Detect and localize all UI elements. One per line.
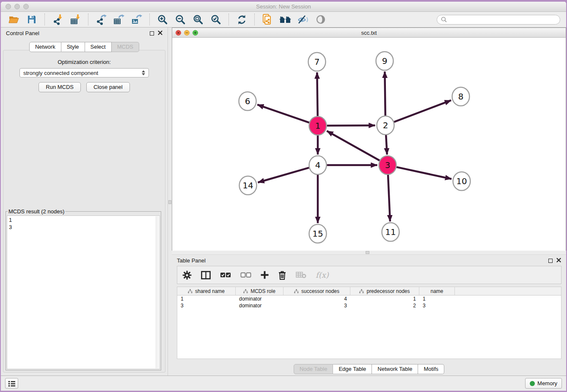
memory-button[interactable]: Memory (525, 378, 562, 389)
column-header-shared-name[interactable]: shared name (177, 287, 236, 295)
main-toolbar (1, 12, 566, 28)
tab-network-table[interactable]: Network Table (372, 364, 418, 374)
run-mcds-button[interactable]: Run MCDS (39, 82, 81, 92)
graph-edge-1-7[interactable] (317, 72, 317, 116)
column-header-mcds-role[interactable]: MCDS role (236, 287, 284, 295)
graph-edge-4-14[interactable] (258, 168, 309, 182)
graph-node-label: 8 (458, 91, 464, 102)
close-window-button[interactable] (6, 4, 11, 9)
delete-column-trash-icon[interactable] (278, 271, 286, 280)
hide-selected-eye-icon[interactable] (296, 13, 310, 26)
table-cell[interactable]: dominator (236, 303, 284, 309)
splitter-grip[interactable] (366, 251, 369, 254)
column-header-name[interactable]: name (419, 287, 455, 295)
import-network-icon[interactable] (50, 13, 65, 26)
graph-edge-3-11[interactable] (388, 174, 390, 221)
node-table-header: shared name MCDS role successor nodes (177, 287, 561, 295)
table-row[interactable]: 3dominator323 (177, 302, 561, 309)
network-close-button[interactable] (176, 30, 181, 36)
table-cell[interactable]: 3 (419, 303, 455, 309)
tab-style[interactable]: Style (61, 42, 85, 52)
control-panel-header: Control Panel (1, 28, 168, 39)
function-builder-icon[interactable]: f(x) (316, 271, 329, 279)
open-file-icon[interactable] (7, 13, 21, 26)
float-panel-icon[interactable] (150, 31, 154, 36)
splitter-grip[interactable] (168, 200, 171, 204)
graph-edge-1-2[interactable] (327, 125, 375, 126)
add-column-plus-icon[interactable] (261, 271, 269, 279)
mcds-result-title: MCDS result (2 nodes) (8, 208, 65, 215)
column-header-successor-nodes[interactable]: successor nodes (284, 287, 350, 295)
search-box[interactable] (437, 15, 560, 25)
import-table-icon[interactable] (68, 13, 83, 26)
network-graph[interactable]: 7968124314101511 (172, 38, 566, 251)
float-panel-icon[interactable] (548, 259, 553, 263)
toolbar-separator (44, 14, 45, 25)
node-table: shared name MCDS role successor nodes (177, 287, 561, 359)
control-panel-tabs: Network Style Select MCDS (1, 42, 168, 52)
toolbar-separator (88, 14, 88, 25)
optimization-criterion-select[interactable]: strongly connected component (19, 68, 149, 77)
first-neighbors-icon[interactable] (278, 13, 292, 26)
new-network-icon[interactable] (260, 13, 275, 26)
zoom-in-icon[interactable] (155, 13, 170, 26)
select-all-icon[interactable] (220, 272, 231, 278)
graph-edge-3-10[interactable] (396, 167, 451, 179)
graph-node-label: 1 (315, 121, 321, 131)
network-canvas[interactable]: 7968124314101511 (172, 38, 566, 251)
toggle-panels-icon[interactable] (201, 271, 211, 279)
graph-edge-1-6[interactable] (257, 105, 309, 122)
zoom-out-icon[interactable] (173, 13, 187, 26)
delete-table-icon[interactable] (296, 271, 306, 279)
table-cell[interactable]: 1 (419, 296, 455, 302)
tab-select[interactable]: Select (85, 42, 112, 52)
column-header-predecessor-nodes[interactable]: predecessor nodes (350, 287, 419, 295)
graph-edge-2-3[interactable] (386, 135, 387, 155)
table-cell[interactable]: 3 (177, 303, 236, 309)
vertical-splitter[interactable] (168, 28, 172, 375)
tab-network[interactable]: Network (29, 42, 61, 52)
show-all-eye-icon[interactable] (314, 13, 328, 26)
network-minimize-button[interactable] (184, 30, 190, 36)
deselect-all-icon[interactable] (240, 272, 251, 278)
table-row[interactable]: 1dominator411 (177, 295, 561, 302)
graph-node-label: 4 (315, 160, 321, 170)
search-input[interactable] (449, 16, 556, 23)
close-panel-icon[interactable] (556, 257, 561, 264)
export-table-icon[interactable] (112, 13, 126, 26)
graph-edge-2-9[interactable] (385, 72, 385, 116)
tab-edge-table[interactable]: Edge Table (333, 364, 372, 374)
tab-mcds[interactable]: MCDS (112, 42, 139, 52)
task-history-button[interactable] (5, 378, 18, 389)
table-panel-tabs: Node Table Edge Table Network Table Moti… (172, 364, 566, 374)
network-window-titlebar[interactable]: scc.txt (172, 28, 566, 38)
export-image-icon[interactable] (129, 13, 144, 26)
tab-motifs[interactable]: Motifs (418, 364, 444, 374)
zoom-fit-icon[interactable] (191, 13, 205, 26)
table-settings-gear-icon[interactable] (182, 271, 192, 280)
save-session-icon[interactable] (25, 13, 39, 26)
mcds-tab-content: Optimization criterion: strongly connect… (3, 50, 165, 373)
zoom-selected-icon[interactable] (209, 13, 223, 26)
graph-edge-3-1[interactable] (327, 131, 380, 160)
close-panel-icon[interactable] (158, 30, 162, 36)
node-table-body: 1dominator4113dominator323 (177, 295, 561, 309)
close-panel-button[interactable]: Close panel (86, 82, 130, 92)
minimize-window-button[interactable] (14, 4, 20, 9)
mcds-result-list[interactable]: 1 3 (7, 215, 160, 369)
table-cell[interactable]: 4 (284, 296, 350, 302)
graph-edge-2-8[interactable] (394, 100, 451, 122)
table-cell[interactable]: dominator (236, 296, 284, 302)
result-scrollbar[interactable] (156, 216, 159, 368)
export-network-icon[interactable] (94, 13, 108, 26)
horizontal-splitter[interactable] (172, 251, 566, 254)
search-field-wrap (330, 13, 560, 26)
table-cell[interactable]: 2 (350, 303, 419, 309)
table-cell[interactable]: 3 (284, 303, 350, 309)
maximize-window-button[interactable] (23, 4, 29, 9)
network-maximize-button[interactable] (193, 30, 198, 36)
tab-node-table[interactable]: Node Table (294, 364, 333, 374)
refresh-icon[interactable] (234, 13, 249, 26)
table-cell[interactable]: 1 (350, 296, 419, 302)
table-cell[interactable]: 1 (177, 296, 236, 302)
